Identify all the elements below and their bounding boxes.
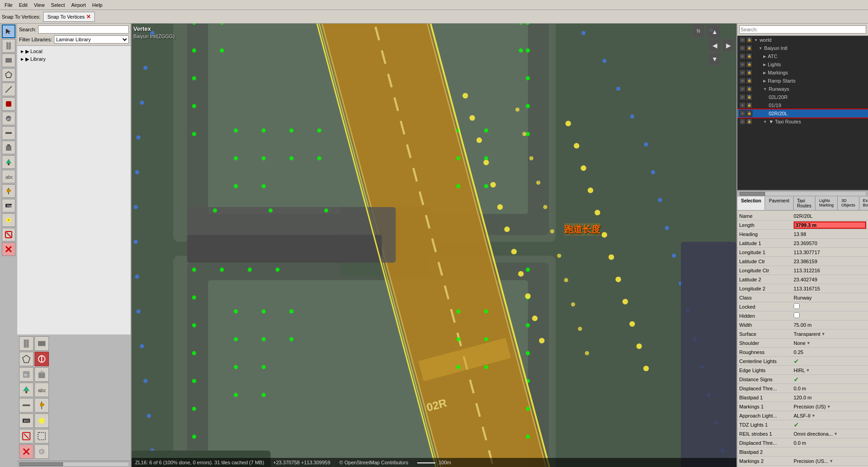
prop-label-7: Latitude 2 (739, 277, 794, 282)
svg-point-211 (578, 327, 582, 331)
lib-taxiway-btn[interactable] (34, 336, 49, 351)
tab-exclusion[interactable]: Exclusion Boundary (859, 197, 868, 210)
lib-line-btn[interactable] (34, 352, 49, 366)
svg-point-196 (504, 226, 510, 232)
tool-sign[interactable]: Sign (2, 199, 15, 212)
svg-text:Sign: Sign (7, 204, 13, 208)
nav-left-btn[interactable]: ◀ (708, 39, 721, 52)
lib-facade-btn[interactable] (34, 367, 49, 382)
viewport[interactable]: 02R (132, 24, 736, 467)
menu-help[interactable]: Help (89, 1, 105, 9)
lib-misc-btn[interactable]: ? (34, 444, 49, 459)
tool-facade[interactable] (2, 141, 15, 154)
prop-value-21[interactable]: Precision (US) ▼ (794, 404, 866, 409)
lib-road-btn[interactable] (19, 398, 34, 413)
scene-row-atc[interactable]: 👁🔒 ▶ ATC (737, 52, 868, 60)
tree-scrollbar[interactable] (737, 190, 868, 197)
prop-value-24[interactable]: Omni directiona... ▼ (794, 431, 866, 437)
menu-edit[interactable]: Edit (16, 1, 30, 9)
tool-light[interactable] (2, 213, 15, 227)
prop-value-17[interactable]: HIRL ▼ (794, 368, 866, 373)
left-panel-scrollbar[interactable] (17, 461, 131, 467)
menu-select[interactable]: Select (48, 1, 68, 9)
nav-up-btn[interactable]: ▲ (708, 25, 721, 38)
lib-exclusion-btn[interactable] (19, 429, 34, 443)
lib-boundary-btn[interactable] (34, 429, 49, 443)
map-background: 02R (132, 24, 736, 467)
tab-pavement[interactable]: Pavement (765, 197, 793, 210)
prop-value-1[interactable]: 3799.3 m (794, 221, 866, 229)
scene-row-world[interactable]: 👁🔒 ▼ world (737, 36, 868, 44)
tool-image1[interactable]: ATC (2, 112, 15, 125)
tree-item-local[interactable]: ▶ ▶ Local (19, 48, 129, 55)
tool-string[interactable]: abc (2, 170, 15, 183)
tool-windsock[interactable] (2, 184, 15, 198)
tool-forest[interactable] (2, 155, 15, 169)
right-search-input[interactable] (739, 25, 866, 34)
lib-windsock-btn[interactable] (34, 398, 49, 413)
scene-row-02L20R[interactable]: 👁🔒 02L/20R (737, 93, 868, 101)
search-input[interactable] (38, 25, 129, 34)
tool-runway[interactable] (2, 39, 15, 53)
tool-exclusion[interactable] (2, 228, 15, 241)
lib-x1-btn[interactable] (19, 444, 34, 459)
lib-polygon-btn[interactable] (19, 352, 34, 366)
tool-select[interactable] (2, 25, 15, 38)
tab-taxi-routes[interactable]: Taxi Routes (794, 197, 816, 210)
prop-row-Blastpad1: Blastpad 1120.0 m (737, 393, 868, 402)
tool-road[interactable] (2, 126, 15, 140)
tab-3d[interactable]: 3D Objects (838, 197, 859, 210)
snap-to-vertices-button[interactable]: Snap To Vertices ✕ (43, 12, 94, 22)
prop-value-11[interactable] (794, 312, 866, 319)
scene-row-taxi-routes[interactable]: 👁🔒 ▼ ▼ Taxi Routes (737, 118, 868, 126)
tool-line[interactable] (2, 83, 15, 96)
snap-close-icon[interactable]: ✕ (86, 14, 91, 20)
tab-lights[interactable]: Lights Marking (815, 197, 838, 210)
prop-value-27[interactable]: Precision (US... ▼ (794, 458, 866, 464)
svg-point-144 (484, 337, 488, 341)
left-panel: ATC abc Sign (0, 24, 132, 467)
scene-row-empty-3 (737, 142, 868, 150)
filter-select[interactable]: Laminar Library (54, 35, 129, 44)
scene-row-02R20L[interactable]: 👁🔒 02R/20L (737, 109, 868, 118)
scene-row-runways[interactable]: 👁🔒 ▼ Runways (737, 85, 868, 93)
svg-marker-34 (38, 371, 45, 373)
svg-point-195 (497, 204, 503, 210)
svg-point-189 (644, 366, 649, 371)
tree-item-library[interactable]: ▶ ▶ Library (19, 55, 129, 63)
lib-light-btn[interactable] (34, 413, 49, 428)
menu-file[interactable]: File (2, 1, 15, 9)
prop-value-14[interactable]: None ▼ (794, 340, 866, 346)
prop-label-1: Length (739, 222, 794, 228)
tab-selection[interactable]: Selection (737, 197, 765, 210)
scene-row-lights[interactable]: 👁🔒 ▶ Lights (737, 60, 868, 69)
scene-row-markings[interactable]: 👁🔒 ▶ Markings (737, 69, 868, 77)
tool-polygon[interactable] (2, 68, 15, 82)
tool-object[interactable] (2, 97, 15, 111)
scene-row-ramp-starts[interactable]: 👁🔒 ▶ Ramp Starts (737, 77, 868, 85)
svg-point-150 (630, 114, 634, 118)
menu-airport[interactable]: Airport (68, 1, 88, 9)
lib-obj-btn[interactable]: 3D (19, 367, 34, 382)
scene-row-0119[interactable]: 👁🔒 01/19 (737, 101, 868, 109)
svg-rect-10 (6, 146, 11, 151)
lib-forest-btn[interactable] (19, 383, 34, 397)
scene-row-baiyun[interactable]: 👁🔒 ▼ Baiyun Intl (737, 44, 868, 52)
menu-bar: File Edit View Select Airport Help (0, 0, 868, 10)
prop-value-22[interactable]: ALSF-II ▼ (794, 413, 866, 418)
prop-value-10[interactable] (794, 303, 866, 310)
lib-string-btn[interactable]: abc (34, 383, 49, 397)
svg-point-131 (234, 365, 238, 369)
nav-down-btn[interactable]: ▼ (708, 53, 721, 65)
nav-right-btn[interactable]: ▶ (722, 39, 735, 52)
lib-sign-btn[interactable]: ATC (19, 413, 34, 428)
tool-delete[interactable] (2, 242, 15, 256)
prop-value-13[interactable]: Transparent ▼ (794, 331, 866, 337)
lib-runway-btn[interactable] (19, 336, 34, 351)
tool-taxiway[interactable] (2, 54, 15, 67)
library-tree: ▶ ▶ Local ▶ ▶ Library (17, 46, 131, 334)
library-panel: Search: Filter Libraries: Laminar Librar… (17, 24, 131, 467)
prop-label-14: Shoulder (739, 340, 794, 346)
vp-compass-icon[interactable]: N (692, 25, 705, 37)
menu-view[interactable]: View (31, 1, 48, 9)
